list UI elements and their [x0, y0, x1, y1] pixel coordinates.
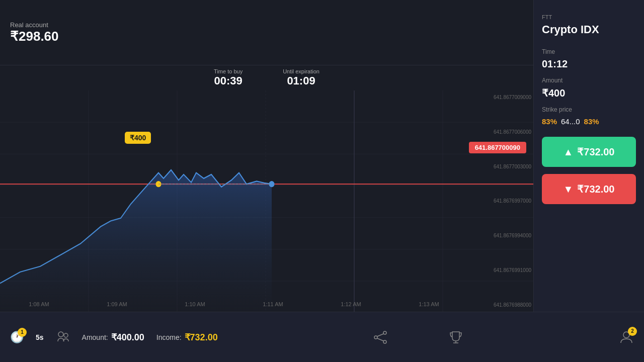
badge-1: 1: [18, 328, 27, 337]
time-value: 01:12: [542, 58, 636, 70]
time-indicators: Time to buy 00:39 Until expiration 01:09: [0, 65, 533, 90]
right-panel: FTT Crypto IDX Time 01:12 Amount ₹400 St…: [533, 0, 644, 362]
svg-line-22: [377, 334, 383, 336]
y-axis: 641.8677009000 641.8677006000 641.867700…: [468, 90, 533, 312]
x-label-3: 1:11 AM: [263, 301, 283, 307]
y-label-5: 641.8676991000: [470, 267, 531, 273]
x-label-4: 1:12 AM: [341, 301, 361, 307]
income-label: Income:: [156, 333, 182, 341]
y-label-3: 641.8676997000: [470, 198, 531, 204]
svg-point-19: [374, 336, 377, 339]
svg-point-17: [58, 332, 63, 337]
bottom-center-icons: [230, 330, 607, 345]
buy-down-button[interactable]: ▼ ₹732.00: [542, 174, 636, 204]
svg-point-18: [64, 333, 68, 337]
y-label-4: 641.8676994000: [470, 233, 531, 238]
x-axis: 1:08 AM 1:09 AM 1:10 AM 1:11 AM 1:12 AM …: [0, 297, 468, 312]
svg-line-23: [377, 338, 383, 341]
price-tooltip: ₹400: [125, 132, 151, 144]
amount-label: Amount:: [82, 333, 108, 341]
amount-section: Amount: ₹400.00: [82, 332, 144, 343]
trade-icon: [56, 330, 70, 344]
toolbar-item-profile[interactable]: 2: [619, 330, 634, 345]
chart-svg: [0, 90, 533, 312]
time-to-buy-box: Time to buy 00:39: [214, 68, 243, 87]
bottom-toolbar: 🕐 1 5s Amount: ₹400.00 Income: ₹732.00: [0, 312, 644, 362]
x-label-5: 1:13 AM: [419, 301, 439, 307]
y-label-2: 641.8677003000: [470, 164, 531, 169]
toolbar-item-share[interactable]: [373, 330, 388, 345]
y-label-0: 641.8677009000: [470, 95, 531, 100]
time-to-buy-value: 00:39: [214, 74, 243, 87]
income-display: ₹732.00: [185, 332, 218, 343]
account-balance: ₹298.60: [10, 29, 543, 44]
share-icon: [373, 330, 388, 345]
strike-label: Strike price: [542, 106, 636, 113]
up-arrow-icon: ▲: [564, 146, 574, 158]
until-expiration-value: 01:09: [283, 74, 319, 87]
income-section: Income: ₹732.00: [156, 332, 218, 343]
toolbar-item-trade[interactable]: [56, 330, 70, 344]
toolbar-item-timeframe[interactable]: 5s: [36, 333, 44, 341]
x-label-0: 1:08 AM: [29, 301, 49, 307]
trophy-icon: [448, 330, 463, 345]
x-label-2: 1:10 AM: [185, 301, 205, 307]
amount-value: ₹400: [542, 87, 636, 99]
time-to-buy-label: Time to buy: [214, 68, 243, 74]
until-expiration-box: Until expiration 01:09: [283, 68, 319, 87]
up-amount: ₹732.00: [577, 146, 614, 158]
badge-2: 2: [628, 327, 637, 336]
chart-container: [0, 90, 533, 312]
account-label: Real account: [10, 21, 543, 29]
until-expiration-label: Until expiration: [283, 68, 319, 74]
x-label-1: 1:09 AM: [107, 301, 127, 307]
amount-label: Amount: [542, 77, 636, 84]
timeframe-label: 5s: [36, 333, 44, 341]
account-info: Real account ₹298.60: [10, 21, 543, 44]
instrument-name: Crypto IDX: [542, 23, 636, 36]
y-label-1: 641.8677006000: [470, 129, 531, 135]
strike-price: 64...0: [561, 117, 580, 126]
toolbar-item-clock[interactable]: 🕐 1: [10, 331, 24, 344]
down-arrow-icon: ▼: [564, 184, 574, 195]
buy-up-button[interactable]: ▲ ₹732.00: [542, 137, 636, 167]
strike-row: 83% 64...0 83%: [542, 117, 636, 126]
toolbar-item-trophy[interactable]: [448, 330, 463, 345]
svg-point-21: [383, 340, 386, 343]
y-label-6: 641.8676988000: [470, 302, 531, 308]
time-label: Time: [542, 48, 636, 55]
svg-point-20: [383, 331, 386, 334]
strike-price-label: 641.867700090: [469, 142, 526, 153]
strike-pct1: 83%: [542, 117, 557, 126]
down-amount: ₹732.00: [577, 183, 614, 195]
strike-pct2: 83%: [584, 117, 599, 126]
amount-display: ₹400.00: [111, 332, 144, 343]
instrument-label: FTT: [542, 14, 636, 20]
